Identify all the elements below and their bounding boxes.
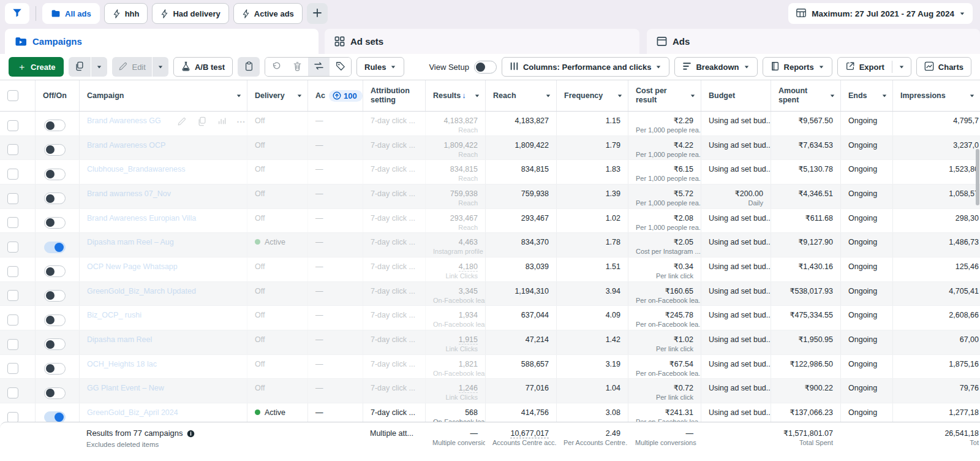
campaign-name[interactable]: GG Plant Event – New [87, 384, 164, 392]
row-checkbox[interactable] [7, 193, 18, 204]
campaign-row[interactable]: Brand Awareness OCPOff—7-day click ...1,… [0, 136, 980, 161]
results-value[interactable]: 4,180 [459, 262, 478, 272]
saved-filter-all-ads[interactable]: All ads [42, 3, 100, 24]
campaign-name[interactable]: GreenGold_Biz_April 2024 [87, 408, 178, 417]
campaign-row[interactable]: Brand Awareness Europian VillaOff—7-day … [0, 209, 980, 234]
column-header-frequency[interactable]: Frequency [556, 80, 628, 111]
tab-ads[interactable]: Ads [647, 29, 980, 54]
campaign-row[interactable]: Clubhouse_BrandawarenessOff—7-day click … [0, 160, 980, 185]
duplicate-icon[interactable] [197, 116, 207, 126]
info-icon[interactable] [187, 430, 195, 438]
edit-icon[interactable] [177, 116, 187, 126]
breakdown-button[interactable]: Breakdown [674, 57, 757, 77]
column-header-impressions[interactable]: Impressions [892, 80, 980, 111]
campaign-name[interactable]: Dipasha mam Reel [87, 335, 152, 344]
campaign-row[interactable]: Dipasha mam Reel – AugActive—7-day click… [0, 233, 980, 257]
off-on-toggle[interactable] [44, 217, 66, 229]
add-filter-button[interactable] [307, 3, 328, 24]
row-checkbox[interactable] [7, 314, 18, 326]
results-value[interactable]: 1,915 [459, 335, 478, 345]
saved-filter-had-delivery[interactable]: Had delivery [152, 3, 228, 24]
date-range-button[interactable]: Maximum: 27 Jul 2021 - 27 Aug 2024 [788, 3, 973, 24]
campaign-row[interactable]: GreenGold_Biz_April 2024Active—7-day cli… [0, 403, 980, 422]
off-on-toggle[interactable] [44, 169, 66, 180]
vertical-scrollbar[interactable] [976, 149, 979, 205]
undo-button[interactable] [265, 58, 287, 76]
tab-campaigns[interactable]: Campaigns [5, 29, 318, 54]
off-on-toggle[interactable] [44, 411, 66, 422]
columns-button[interactable]: Columns: Performance and clicks [502, 57, 670, 77]
edit-caret-button[interactable] [153, 57, 168, 77]
paste-button[interactable] [238, 57, 260, 77]
off-on-toggle[interactable] [44, 363, 66, 375]
off-on-toggle[interactable] [44, 338, 66, 350]
campaign-row[interactable]: Dipasha mam ReelOff—7-day click ...1,915… [0, 330, 980, 355]
column-header-reach[interactable]: Reach [485, 80, 556, 111]
campaign-name[interactable]: Dipasha mam Reel – Aug [87, 238, 174, 246]
tab-ad-sets[interactable]: Ad sets [325, 29, 639, 54]
charts-button[interactable]: Charts [916, 57, 971, 77]
filters-button[interactable] [5, 3, 29, 24]
view-setup-toggle[interactable] [474, 61, 497, 74]
row-checkbox[interactable] [7, 363, 18, 374]
campaign-name[interactable]: Clubhouse_Brandawareness [87, 165, 186, 173]
column-header-campaign[interactable]: Campaign [79, 80, 247, 111]
summary-reach[interactable]: 10,677,017 [510, 429, 549, 438]
saved-filter-active-ads[interactable]: Active ads [233, 3, 303, 24]
campaign-row[interactable]: GreenGold_Biz_March UpdatedOff—7-day cli… [0, 282, 980, 307]
column-header-budget[interactable]: Budget [701, 80, 771, 111]
row-checkbox[interactable] [7, 387, 18, 398]
tag-button[interactable] [330, 58, 351, 76]
off-on-toggle[interactable] [44, 144, 66, 156]
create-button[interactable]: ＋ Create [9, 57, 64, 77]
off-on-toggle[interactable] [44, 387, 66, 399]
campaign-name[interactable]: Brand Awareness Europian Villa [87, 214, 196, 223]
reports-button[interactable]: Reports [763, 57, 832, 77]
row-checkbox[interactable] [7, 169, 18, 180]
duplicate-caret-button[interactable] [91, 57, 107, 77]
row-checkbox[interactable] [7, 120, 18, 131]
delete-button[interactable] [287, 58, 308, 76]
campaign-name[interactable]: Brand Awareness GG [87, 116, 161, 125]
view-charts-icon[interactable] [217, 116, 226, 126]
duplicate-button[interactable] [69, 57, 91, 77]
off-on-toggle[interactable] [44, 192, 66, 204]
select-all-checkbox[interactable] [7, 90, 18, 101]
row-checkbox[interactable] [7, 266, 18, 277]
campaign-name[interactable]: OCH_Heights 18 lac [87, 360, 157, 368]
column-header-results[interactable]: Results↓ [425, 80, 485, 111]
compare-button[interactable] [308, 58, 330, 76]
column-header-off-on[interactable]: Off/On [35, 80, 79, 111]
column-header-ac[interactable]: Ac100 [307, 80, 363, 111]
results-value[interactable]: 1,246 [459, 384, 478, 393]
campaign-row[interactable]: Brand awarness 07_NovOff—7-day click ...… [0, 185, 980, 209]
campaign-row[interactable]: GG Plant Event – NewOff—7-day click ...1… [0, 379, 980, 403]
campaign-name[interactable]: GreenGold_Biz_March Updated [87, 287, 196, 295]
export-button[interactable]: Export [838, 58, 892, 76]
off-on-toggle[interactable] [44, 290, 66, 302]
opportunity-score-badge[interactable]: 100 [329, 90, 363, 102]
column-header-ends[interactable]: Ends [840, 80, 892, 111]
campaign-name[interactable]: OCP New Page Whatsapp [87, 262, 178, 271]
off-on-toggle[interactable] [44, 120, 66, 131]
column-header-amount-spent[interactable]: Amount spent [771, 80, 840, 111]
campaign-row[interactable]: Brand Awareness GG…Off—7-day click ...4,… [0, 112, 980, 136]
edit-button[interactable]: Edit [112, 57, 151, 77]
more-icon[interactable]: … [236, 116, 246, 126]
column-header-cost-per-result[interactable]: Cost per result [628, 80, 701, 111]
row-checkbox[interactable] [7, 339, 18, 350]
rules-button[interactable]: Rules [356, 57, 404, 77]
row-checkbox[interactable] [7, 217, 18, 228]
row-checkbox[interactable] [7, 242, 18, 253]
column-header-attribution-setting[interactable]: Attribution setting [363, 80, 425, 111]
campaign-name[interactable]: Brand awarness 07_Nov [87, 189, 171, 198]
campaign-name[interactable]: Brand Awareness OCP [87, 141, 165, 150]
saved-filter-hhh[interactable]: hhh [104, 3, 148, 24]
column-header-delivery[interactable]: Delivery [247, 80, 307, 111]
off-on-toggle[interactable] [44, 265, 66, 277]
row-checkbox[interactable] [7, 290, 18, 301]
off-on-toggle[interactable] [44, 242, 66, 253]
row-checkbox[interactable] [7, 144, 18, 155]
row-checkbox[interactable] [7, 412, 18, 422]
off-on-toggle[interactable] [44, 314, 66, 326]
